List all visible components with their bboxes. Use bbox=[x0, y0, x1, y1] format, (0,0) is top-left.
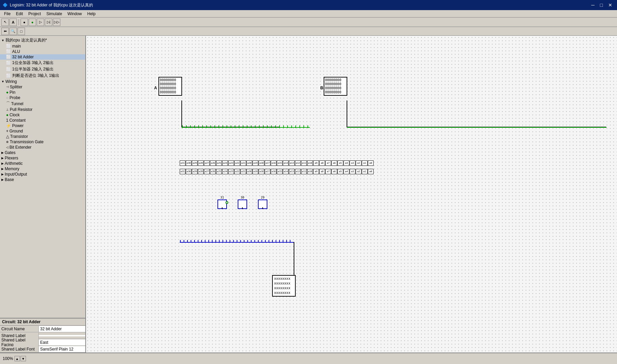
wire-b-down bbox=[347, 100, 347, 127]
tree-wiring[interactable]: ▼ Wiring bbox=[0, 79, 85, 84]
canvas-area[interactable]: A B 00000000 00000000 00000000 00000000 … bbox=[86, 36, 617, 353]
prop-shared-font-value[interactable]: SansSerif Plain 12 bbox=[39, 346, 85, 352]
menu-simulate[interactable]: Simulate bbox=[43, 11, 65, 17]
tree-pull[interactable]: ⊥ Pull Resistor bbox=[0, 107, 85, 112]
tree-base[interactable]: ▶ Base bbox=[0, 177, 85, 182]
tree-tunnel[interactable]: ⌒ Tunnel bbox=[0, 100, 85, 107]
adder-31-container: 31 ▲ bbox=[217, 196, 227, 209]
tree-bit-ext[interactable]: ◁ Bit Extender bbox=[0, 145, 85, 150]
label-cell: a11 bbox=[301, 169, 307, 174]
circuit-icon-adder: ⬜ bbox=[6, 55, 11, 59]
b-label: B bbox=[320, 86, 323, 90]
label-cell: a8 bbox=[319, 169, 325, 174]
tree-pin[interactable]: ● Pin bbox=[0, 90, 85, 95]
label-cell: a15 bbox=[277, 160, 283, 166]
tree-memory[interactable]: ▶ Memory bbox=[0, 166, 85, 172]
a-label: A bbox=[154, 86, 157, 90]
tool-step2[interactable]: ▷| bbox=[45, 19, 52, 26]
tree-probe[interactable]: ○ Probe bbox=[0, 95, 85, 100]
menu-file[interactable]: File bbox=[1, 11, 13, 17]
power-label: Power bbox=[12, 123, 24, 128]
menu-bar: File Edit Project Simulate Window Help bbox=[0, 10, 617, 18]
menu-project[interactable]: Project bbox=[26, 11, 43, 17]
pull-label: Pull Resistor bbox=[10, 107, 32, 112]
tree-carry[interactable]: ⬜ 判断是否进位 3输入 1输出 bbox=[0, 72, 85, 79]
menu-window[interactable]: Window bbox=[65, 11, 85, 17]
tool-pointer[interactable]: ↖ bbox=[1, 19, 9, 26]
a-labels-row1: a31a30a29a28a27a26a25a24a23a22a21a20a19a… bbox=[180, 160, 374, 166]
wiring-label: Wiring bbox=[5, 79, 17, 84]
tree-ground[interactable]: + Ground bbox=[0, 128, 85, 134]
tool-reset[interactable]: ▷▷ bbox=[53, 19, 60, 26]
adder-31-dot bbox=[226, 201, 228, 204]
label-cell: a0 bbox=[368, 169, 374, 174]
title-bar-controls: ─ □ ✕ bbox=[589, 2, 614, 8]
menu-edit[interactable]: Edit bbox=[13, 11, 26, 17]
tool-poke[interactable]: ● bbox=[21, 19, 28, 26]
label-cell: a20 bbox=[246, 169, 252, 174]
label-cell: a10 bbox=[307, 169, 313, 174]
tree-32bit-adder[interactable]: ⬜ 32 bit Adder bbox=[0, 54, 85, 60]
tree-gates[interactable]: ▶ Gates bbox=[0, 150, 85, 155]
tool-run[interactable]: ● bbox=[29, 19, 36, 26]
tool-text[interactable]: A bbox=[9, 19, 17, 26]
label-cell: a28 bbox=[198, 160, 204, 166]
tree-power[interactable]: ⚡ Power bbox=[0, 123, 85, 128]
clock-label: Clock bbox=[9, 113, 20, 117]
label-cell: a21 bbox=[240, 169, 246, 174]
circuit-icon-full: ⬜ bbox=[6, 61, 11, 65]
plexers-label: Plexers bbox=[5, 156, 18, 160]
adder-31-box: ▲ bbox=[217, 200, 227, 209]
tree-32bit-label: 32 bit Adder bbox=[12, 55, 34, 59]
const-label: Constant bbox=[9, 118, 26, 123]
tree-clock[interactable]: ● Clock bbox=[0, 112, 85, 118]
base-label: Base bbox=[5, 177, 14, 182]
tree-plexers[interactable]: ▶ Plexers bbox=[0, 155, 85, 161]
prop-shared-label-value[interactable] bbox=[39, 335, 85, 336]
prop-shared-facing-value[interactable]: East bbox=[39, 339, 85, 345]
toolbar-1: ↖ A ● ● ▷ ▷| ▷▷ bbox=[0, 18, 617, 27]
label-cell: a29 bbox=[192, 160, 198, 166]
probe-label: Probe bbox=[9, 95, 20, 100]
prop-circuit-name-value[interactable]: 32 bit Adder bbox=[39, 326, 85, 332]
tree-root[interactable]: ▼ 我的cpu 这次是认真的* bbox=[0, 37, 85, 43]
menu-help[interactable]: Help bbox=[85, 11, 98, 17]
gates-expand: ▶ bbox=[1, 151, 4, 154]
tree-splitter[interactable]: ⊣ Splitter bbox=[0, 84, 85, 90]
tool-step[interactable]: ▷ bbox=[37, 19, 44, 26]
zoom-up-btn[interactable]: ▲ bbox=[14, 356, 20, 361]
tree-root-label: 我的cpu 这次是认真的* bbox=[5, 37, 47, 43]
tool-back[interactable]: ⬅ bbox=[1, 28, 9, 35]
tree-const[interactable]: 1 Constant bbox=[0, 118, 85, 123]
tree-alu-label: ALU bbox=[12, 49, 20, 54]
arith-label: Arithmetic bbox=[5, 161, 23, 166]
wiring-expand: ▼ bbox=[1, 80, 4, 83]
label-cell: a22 bbox=[234, 169, 240, 174]
label-cell: a18 bbox=[259, 169, 264, 174]
tree-1bit-half[interactable]: ⬜ 1位半加器 2输入 2输出 bbox=[0, 66, 85, 72]
tree-alu[interactable]: ⬜ ALU bbox=[0, 49, 85, 54]
tool-select[interactable]: □ bbox=[18, 28, 25, 35]
tree-1bit-half-label: 1位半加器 2输入 2输出 bbox=[12, 66, 54, 72]
tree-io[interactable]: ▶ Input/Output bbox=[0, 172, 85, 177]
close-button[interactable]: ✕ bbox=[606, 2, 614, 8]
splitter-label: Splitter bbox=[10, 85, 22, 89]
tree-1bit-full[interactable]: ⬜ 1位全加器 3输入 2输出 bbox=[0, 60, 85, 66]
label-cell: a29 bbox=[192, 169, 198, 174]
tree-transistor[interactable]: △ Transistor bbox=[0, 134, 85, 139]
maximize-button[interactable]: □ bbox=[598, 2, 605, 8]
label-cell: a26 bbox=[210, 160, 216, 166]
probe-icon: ○ bbox=[6, 95, 8, 100]
tree-trans-gate[interactable]: ⊗ Transmission Gate bbox=[0, 139, 85, 145]
tree-arithmetic[interactable]: ▶ Arithmetic bbox=[0, 161, 85, 166]
zoom-down-btn[interactable]: ▼ bbox=[21, 356, 26, 361]
minimize-button[interactable]: ─ bbox=[589, 2, 597, 8]
tunnel-icon: ⌒ bbox=[6, 101, 10, 107]
tree-main[interactable]: ⬜ main bbox=[0, 43, 85, 49]
label-cell: a3 bbox=[350, 160, 355, 166]
zoom-level: 100% bbox=[3, 356, 13, 361]
zoom-controls: ▲ ▼ bbox=[14, 356, 26, 361]
tool-zoom[interactable]: 🔍 bbox=[9, 28, 17, 35]
label-cell: a30 bbox=[186, 160, 192, 166]
label-cell: a23 bbox=[228, 160, 234, 166]
